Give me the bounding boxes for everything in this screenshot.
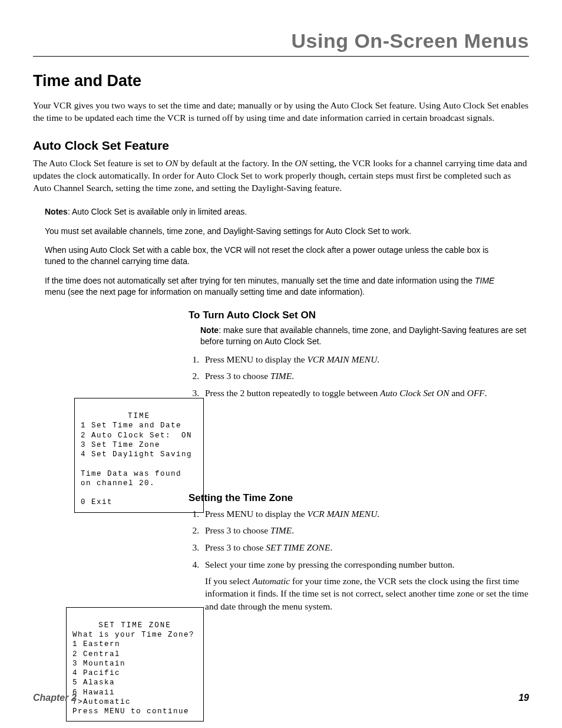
notes-label: Notes (45, 207, 68, 216)
step: Press MENU to display the VCR MAIN MENU. (201, 353, 529, 366)
note-text: If the time does not automatically set a… (45, 275, 505, 298)
heading-time-and-date: Time and Date (33, 72, 529, 90)
vcr-menu-set-time-zone: SET TIME ZONEWhat is your Time Zone? 1 E… (66, 607, 204, 722)
heading-turn-auto-clock-on: To Turn Auto Clock Set ON (189, 309, 529, 321)
steps-time-zone: Press MENU to display the VCR MAIN MENU.… (189, 508, 529, 613)
step: Select your time zone by pressing the co… (201, 558, 529, 613)
heading-setting-time-zone: Setting the Time Zone (189, 492, 529, 504)
heading-auto-clock-set: Auto Clock Set Feature (33, 139, 529, 153)
step-sub: If you select Automatic for your time zo… (205, 575, 529, 613)
footer-page-number: 19 (518, 693, 529, 703)
notes-block: Notes: Auto Clock Set is available only … (45, 206, 505, 298)
steps-auto-clock-on: Press MENU to display the VCR MAIN MENU.… (189, 353, 529, 400)
page-header: Using On-Screen Menus (33, 29, 529, 57)
step: Press 3 to choose TIME. (201, 524, 529, 537)
note-text: You must set available channels, time zo… (45, 226, 505, 237)
step: Press MENU to display the VCR MAIN MENU. (201, 508, 529, 521)
footer-chapter: Chapter 2 (33, 693, 77, 703)
note-inline: Note: make sure that available channels,… (200, 325, 529, 347)
step: Press 3 to chose SET TIME ZONE. (201, 541, 529, 554)
step: Press the 2 button repeatedly to toggle … (201, 387, 529, 400)
intro-paragraph: Your VCR gives you two ways to set the t… (33, 100, 529, 124)
note-text: When using Auto Clock Set with a cable b… (45, 245, 505, 267)
auto-clock-paragraph: The Auto Clock Set feature is set to ON … (33, 157, 529, 195)
vcr-menu-time: TIME1 Set Time and Date 2 Auto Clock Set… (74, 398, 204, 513)
step: Press 3 to choose TIME. (201, 370, 529, 383)
